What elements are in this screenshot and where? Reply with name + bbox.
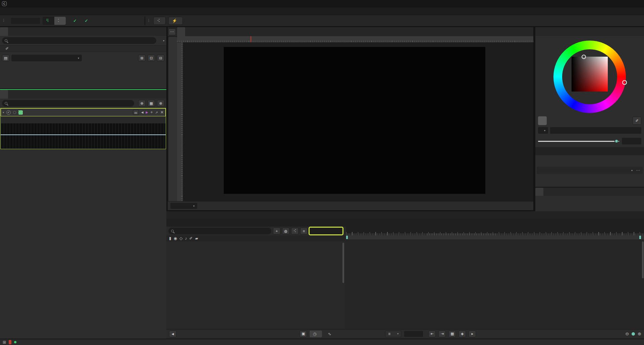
- chevron-down-icon: ▾: [78, 57, 79, 60]
- next-node-icon[interactable]: ▶: [146, 111, 148, 114]
- more-options-icon[interactable]: ⋯: [636, 168, 640, 173]
- vertical-ruler: [177, 43, 183, 203]
- alpha-input[interactable]: [622, 138, 641, 145]
- color-panel: ✐ ▾ ▾ ⋯: [535, 27, 644, 217]
- hue-handle[interactable]: [622, 80, 627, 85]
- scatter-filter-icon[interactable]: ⠪: [291, 228, 299, 234]
- ruler-marker: [251, 36, 251, 43]
- layer-color-filter-icon[interactable]: ◍: [282, 228, 289, 234]
- zoom-attribute-icon[interactable]: ⊕: [138, 100, 146, 107]
- chevron-down-icon[interactable]: ▾: [3, 111, 4, 114]
- alpha-slider-handle[interactable]: [614, 139, 619, 143]
- individual-toggle-button[interactable]: ⠅: [54, 17, 66, 25]
- viewport-tab-duplicator-blend[interactable]: [177, 27, 185, 36]
- viewport-panel-menu-icon[interactable]: ⋯: [168, 28, 176, 35]
- timeline-ruler[interactable]: [346, 227, 644, 235]
- node-solo-radio[interactable]: [13, 111, 16, 114]
- zoom-in-timeline-icon[interactable]: ⊕: [638, 331, 641, 336]
- alpha-slider[interactable]: [538, 141, 619, 142]
- falloff-graph[interactable]: [1, 123, 166, 149]
- keyframe-layer-dropdown[interactable]: ≡ ▾: [385, 331, 401, 337]
- close-button[interactable]: [631, 0, 644, 7]
- lock-column-icon: ▮: [169, 236, 171, 241]
- current-frame-input[interactable]: [309, 227, 343, 235]
- viewport-bottom-bar: ▾: [168, 201, 533, 210]
- demo-scenes-button[interactable]: ⠪: [153, 17, 166, 25]
- visibility-column-icon: ◉: [174, 236, 177, 241]
- pop-out-icon[interactable]: ↗: [155, 111, 158, 114]
- add-layer-button[interactable]: +: [273, 228, 280, 234]
- key-shape-icon[interactable]: ◈: [459, 331, 466, 337]
- try-pro-button[interactable]: ⚡: [168, 17, 183, 25]
- snap-angle-input[interactable]: [11, 18, 40, 24]
- attribute-editor-tab[interactable]: [0, 90, 8, 99]
- layer-search-input[interactable]: [168, 228, 271, 234]
- eyedropper-button[interactable]: ✐: [633, 117, 641, 125]
- sort-order-dropdown[interactable]: ▾: [160, 39, 164, 42]
- color-mode-dropdown[interactable]: ▾: [538, 127, 548, 134]
- dock-layout-icon[interactable]: ▣: [300, 331, 307, 337]
- list-options-icon[interactable]: ≡: [300, 228, 308, 234]
- zoom-out-timeline-icon[interactable]: ⊖: [625, 331, 629, 336]
- clear-search-icon[interactable]: ⊗: [157, 100, 164, 107]
- status-bar: ⊞: [0, 339, 644, 345]
- graph-editor-button[interactable]: ∿: [325, 331, 337, 337]
- status-grid-icon[interactable]: ⊞: [3, 340, 6, 345]
- status-dot-icon: [14, 341, 16, 343]
- current-color-swatch: [538, 116, 547, 125]
- render-column-icon: ◇: [179, 236, 182, 241]
- reveal-icon[interactable]: ⊡: [148, 55, 155, 61]
- audio-column-icon: ♪: [185, 236, 187, 241]
- notification-badge[interactable]: [9, 340, 11, 344]
- dock-footer: ◀ ▣ ◷ ∿ ≡ ▾ ⇤ ⇥: [166, 329, 644, 338]
- tag-column-icon: ▰: [195, 236, 198, 241]
- eyedropper-icon: ✐: [2, 46, 12, 51]
- layer-tools-checkbox[interactable]: ✓: [73, 18, 76, 23]
- toolbar-drag-handle[interactable]: ⠇: [3, 18, 6, 23]
- minimize-button[interactable]: [598, 0, 612, 7]
- chevron-down-icon[interactable]: ▾: [631, 169, 633, 172]
- group-toggle-button[interactable]: ⠻: [43, 17, 54, 25]
- cavalry-app-window: C ⠇ ⠻ ⠅ ✓ ✓: [0, 0, 644, 345]
- attribute-node-header[interactable]: ▾ ✓ ⚌ ◀ ▶ + ↗ ✕: [1, 108, 166, 116]
- trash-icon[interactable]: ⊟: [157, 55, 164, 61]
- asset-search-input[interactable]: [2, 37, 156, 44]
- pin-icon[interactable]: +: [151, 110, 153, 115]
- align-keys-left-icon[interactable]: ⇤: [428, 331, 436, 337]
- align-keys-right-icon[interactable]: ⇥: [438, 331, 446, 337]
- project-folder-icon[interactable]: ▤: [2, 55, 9, 61]
- hex-input[interactable]: [550, 127, 641, 134]
- list-icon: ≡: [388, 332, 390, 336]
- toolbar: ⠇ ⠻ ⠅ ✓ ✓ ⠇ ⠪: [0, 15, 644, 27]
- group-icon: ⠻: [46, 18, 49, 23]
- timeline-scrollbar[interactable]: [642, 241, 644, 278]
- attribute-search-input[interactable]: [2, 100, 134, 107]
- close-node-icon[interactable]: ✕: [160, 110, 164, 115]
- new-folder-icon[interactable]: ⊞: [138, 55, 146, 61]
- filter-attribute-icon[interactable]: ▦: [148, 100, 155, 107]
- align-tab[interactable]: [535, 188, 543, 196]
- viewport-tool-help-checkbox[interactable]: ✓: [85, 18, 88, 23]
- project-set-dropdown[interactable]: ▾: [11, 55, 82, 61]
- collapse-panel-icon[interactable]: ◀: [169, 331, 176, 337]
- grid-snap-icon[interactable]: ▦: [448, 331, 456, 337]
- sv-handle[interactable]: [582, 55, 586, 59]
- assets-tab[interactable]: [0, 27, 8, 36]
- node-enabled-checkbox[interactable]: ✓: [6, 110, 11, 115]
- time-editor-button[interactable]: ◷: [310, 331, 322, 337]
- scene-scrollbar[interactable]: [342, 243, 344, 283]
- work-area-start-handle[interactable]: [346, 236, 348, 239]
- graph-icon: ∿: [328, 332, 331, 336]
- footer-frame-input[interactable]: [404, 331, 423, 337]
- prev-node-icon[interactable]: ◀: [141, 111, 144, 114]
- search-icon: [171, 230, 174, 232]
- work-area-end-handle[interactable]: [639, 236, 641, 239]
- layout-icon[interactable]: ⚌: [133, 110, 139, 115]
- maximize-button[interactable]: [614, 0, 628, 7]
- zoom-level-dropdown[interactable]: ▾: [170, 203, 197, 209]
- timeline-zoom-handle[interactable]: [632, 332, 635, 336]
- next-key-icon[interactable]: ▸: [469, 331, 476, 337]
- sv-square[interactable]: [572, 57, 608, 92]
- chevron-down-icon: ▾: [193, 205, 195, 208]
- composition-canvas[interactable]: [224, 47, 485, 194]
